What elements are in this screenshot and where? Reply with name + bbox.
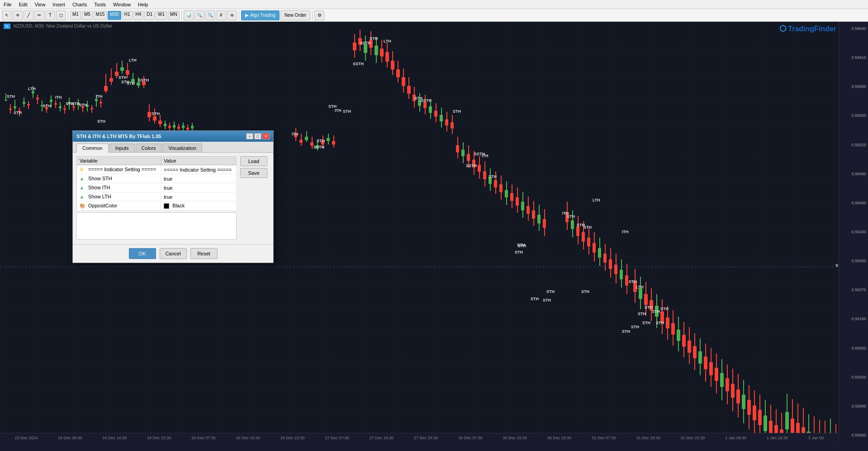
svg-rect-253 xyxy=(770,405,771,433)
svg-rect-267 xyxy=(808,414,809,433)
svg-rect-53 xyxy=(122,61,123,74)
tab-visualization[interactable]: Visualization xyxy=(162,144,202,152)
description-textarea[interactable] xyxy=(76,212,237,240)
svg-rect-121 xyxy=(392,51,393,75)
svg-rect-223 xyxy=(689,327,690,364)
tab-common[interactable]: Common xyxy=(76,144,109,153)
tf-h1[interactable]: H1 xyxy=(122,11,133,20)
menu-window[interactable]: Window xyxy=(111,1,133,8)
table-row-oppositcolor[interactable]: 🎨 OppositColor Black xyxy=(77,202,237,211)
svg-rect-177 xyxy=(544,209,545,236)
logo-icon: ⬡ xyxy=(779,24,787,33)
svg-rect-67 xyxy=(160,115,161,127)
toolbar-chart-type[interactable]: 📊 xyxy=(184,10,194,20)
price-10: 0.56160 xyxy=(841,317,866,321)
val-oppositcolor[interactable]: Black xyxy=(161,202,237,211)
toolbar-volume[interactable]: ≋ xyxy=(227,10,237,20)
toolbar-grid[interactable]: # xyxy=(216,10,226,20)
new-order-button[interactable]: New Order xyxy=(280,10,310,20)
tf-m30[interactable]: M30 xyxy=(108,11,121,20)
svg-rect-107 xyxy=(354,34,355,58)
menu-help[interactable]: Help xyxy=(136,1,150,8)
toolbar-shapes[interactable]: ◻ xyxy=(56,10,66,20)
svg-text:LTH: LTH xyxy=(636,285,644,289)
time-12: 30 Dec 23:30 xyxy=(547,436,572,440)
logo-area: ⬡ TradingFinder xyxy=(779,24,836,34)
toolbar-crosshair[interactable]: ✛ xyxy=(13,10,23,20)
table-row-show-ith[interactable]: ▲ Show ITH true xyxy=(77,183,237,192)
time-5: 26 Dec 15:30 xyxy=(236,436,261,440)
toolbar-zoom-out[interactable]: 🔍 xyxy=(205,10,215,20)
menu-view[interactable]: View xyxy=(33,1,47,8)
svg-text:STH: STH xyxy=(79,103,87,107)
svg-rect-123 xyxy=(398,61,398,82)
toolbar-line[interactable]: ╱ xyxy=(24,10,33,20)
svg-rect-11 xyxy=(24,98,24,107)
dialog-left: Variable Value ⚙ ===== Indicator Setting… xyxy=(76,156,237,240)
val-show-lth[interactable]: true xyxy=(161,192,237,202)
table-row-show-lth[interactable]: ▲ Show LTH true xyxy=(77,192,237,202)
svg-rect-157 xyxy=(490,168,491,191)
svg-text:STH: STH xyxy=(71,101,80,106)
svg-rect-199 xyxy=(621,259,622,288)
time-16: 1 Jan 08:30 xyxy=(725,436,746,440)
svg-text:ITH: ITH xyxy=(482,154,488,158)
dialog-close-button[interactable]: ✕ xyxy=(262,133,270,139)
var-indicator-setting: ⚙ ===== Indicator Setting ===== xyxy=(77,165,161,174)
menu-charts[interactable]: Charts xyxy=(71,1,89,8)
svg-rect-245 xyxy=(749,385,749,430)
chart-badge: fx xyxy=(4,24,10,29)
save-button[interactable]: Save xyxy=(240,168,267,178)
dialog-content: Variable Value ⚙ ===== Indicator Setting… xyxy=(76,156,270,240)
algo-trading-button[interactable]: ▶ Algo Trading xyxy=(241,10,280,20)
toolbar-settings[interactable]: ⚙ xyxy=(314,10,324,20)
toolbar-zoom-in[interactable]: 🔍 xyxy=(194,10,204,20)
time-2: 24 Dec 14:30 xyxy=(103,436,127,440)
load-button[interactable]: Load xyxy=(240,156,267,166)
toolbar-sep-4 xyxy=(312,11,313,20)
dialog-maximize-button[interactable]: □ xyxy=(254,133,261,139)
tab-colors[interactable]: Colors xyxy=(136,144,162,152)
price-0: 0.56640 xyxy=(841,26,866,31)
toolbar-text[interactable]: T xyxy=(45,10,55,20)
svg-rect-93 xyxy=(301,134,302,146)
svg-rect-13 xyxy=(28,101,29,109)
svg-rect-275 xyxy=(830,418,831,433)
chart-area: ⬡ TradingFinder fx NZDUSD, M30: New Zeal… xyxy=(0,22,868,442)
dialog-right-buttons: Load Save xyxy=(240,156,270,240)
tf-h4[interactable]: H4 xyxy=(133,11,144,20)
table-row-show-sth[interactable]: ▲ Show STH true xyxy=(77,174,237,183)
svg-text:SSTH: SSTH xyxy=(421,98,432,103)
menu-edit[interactable]: Edit xyxy=(17,1,29,8)
menu-insert[interactable]: Insert xyxy=(51,1,67,8)
cancel-button[interactable]: Cancel xyxy=(160,248,187,259)
svg-text:STH: STH xyxy=(127,81,135,86)
toolbar-pencil[interactable]: ✏ xyxy=(34,10,44,20)
time-14: 31 Dec 15:30 xyxy=(636,436,660,440)
menu-tools[interactable]: Tools xyxy=(92,1,108,8)
svg-rect-105 xyxy=(333,135,334,148)
tf-m15[interactable]: M15 xyxy=(94,11,107,20)
var-show-lth-text: Show LTH xyxy=(88,194,111,199)
tf-m5[interactable]: M5 xyxy=(82,11,93,20)
svg-text:LTH: LTH xyxy=(593,198,600,202)
tf-w1[interactable]: W1 xyxy=(156,11,167,20)
svg-rect-127 xyxy=(408,77,409,99)
svg-rect-189 xyxy=(594,232,595,262)
price-6: 0.56460 xyxy=(841,201,866,205)
ok-button[interactable]: OK xyxy=(129,248,156,259)
dialog-minimize-button[interactable]: − xyxy=(246,133,253,139)
val-show-sth[interactable]: true xyxy=(161,174,237,183)
tab-inputs[interactable]: Inputs xyxy=(109,144,135,152)
val-show-ith[interactable]: true xyxy=(161,183,237,192)
tf-d1[interactable]: D1 xyxy=(144,11,155,20)
toolbar-arrow[interactable]: ↖ xyxy=(2,10,12,20)
reset-button[interactable]: Reset xyxy=(190,248,218,259)
var-show-ith: ▲ Show ITH xyxy=(77,183,161,192)
menu-file[interactable]: File xyxy=(2,1,14,8)
svg-rect-97 xyxy=(312,137,313,149)
tf-m1[interactable]: M1 xyxy=(70,11,81,20)
play-icon: ▶ xyxy=(245,13,249,18)
dialog-body: Variable Value ⚙ ===== Indicator Setting… xyxy=(73,153,273,244)
tf-mn[interactable]: MN xyxy=(168,11,180,20)
